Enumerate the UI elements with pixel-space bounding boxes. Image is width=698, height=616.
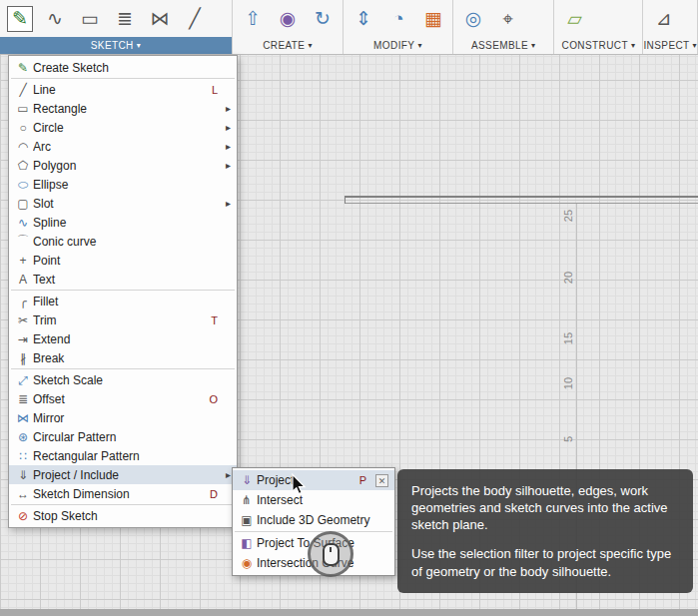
menu-item-slot[interactable]: ▢ Slot ▸ bbox=[9, 194, 237, 213]
submenu-item-project[interactable]: ⇓ Project P ✕ bbox=[233, 470, 394, 490]
menu-item-icon: ╱ bbox=[13, 83, 33, 97]
submenu-item-shortcut: P bbox=[359, 474, 366, 486]
menu-item-label: Mirror bbox=[33, 411, 214, 425]
menu-item-label: Fillet bbox=[33, 295, 214, 308]
menu-item-project-include[interactable]: ⇓ Project / Include ▸ bbox=[9, 465, 237, 484]
menu-item-extend[interactable]: ⇥ Extend bbox=[9, 329, 237, 348]
menu-item-stop-sketch[interactable]: ⊘ Stop Sketch bbox=[9, 506, 237, 525]
menu-tab-label: ASSEMBLE bbox=[471, 40, 528, 51]
menu-item-icon: ∿ bbox=[13, 216, 33, 230]
menu-tab-label: INSPECT bbox=[643, 40, 689, 51]
rectangle-icon[interactable]: ▭ bbox=[77, 6, 103, 32]
interference-icon[interactable]: ⌖ bbox=[495, 6, 521, 32]
menu-item-label: Rectangular Pattern bbox=[33, 449, 214, 463]
tooltip-text-2: Use the selection filter to project spec… bbox=[411, 545, 679, 579]
menu-tab-assemble[interactable]: ASSEMBLE ▾ bbox=[453, 37, 554, 54]
toolbar-group-inspect: ⊿ INSPECT ▾ bbox=[643, 0, 698, 54]
grid-scale-label: 20 bbox=[562, 267, 574, 289]
menu-item-rectangular-pattern[interactable]: ∷ Rectangular Pattern bbox=[9, 446, 237, 465]
menu-item-spline[interactable]: ∿ Spline bbox=[9, 213, 237, 232]
parameters-icon[interactable]: ▦ bbox=[420, 6, 446, 32]
form-icon[interactable]: ◉ bbox=[275, 6, 301, 32]
joint-icon[interactable]: ◎ bbox=[460, 6, 486, 32]
menu-tab-modify[interactable]: MODIFY ▾ bbox=[344, 37, 452, 54]
extrude-icon[interactable]: ⇧ bbox=[240, 6, 266, 32]
close-icon[interactable]: ✕ bbox=[375, 474, 388, 487]
menu-item-icon: ⌒ bbox=[13, 233, 33, 250]
menu-tab-label: CREATE bbox=[263, 40, 305, 51]
mouse-cursor bbox=[291, 473, 307, 496]
submenu-arrow-icon: ▸ bbox=[223, 469, 231, 480]
menu-item-label: Circle bbox=[33, 121, 214, 135]
menu-item-icon: ≣ bbox=[13, 392, 33, 406]
menu-separator bbox=[11, 290, 235, 291]
toolbar-icon-row: ⊿ bbox=[643, 0, 697, 37]
chevron-down-icon: ▾ bbox=[137, 41, 141, 50]
menu-item-create-sketch[interactable]: ✎ Create Sketch bbox=[9, 58, 237, 77]
grid-scale-label: 15 bbox=[562, 327, 574, 349]
menu-item-label: Point bbox=[33, 254, 214, 268]
menu-tab-construct[interactable]: CONSTRUCT ▾ bbox=[554, 37, 642, 54]
sketch-geometry-line-bottom[interactable] bbox=[345, 203, 698, 204]
menu-item-icon: ✂ bbox=[13, 313, 33, 327]
menu-item-label: Slot bbox=[33, 197, 214, 211]
offset-icon[interactable]: ≣ bbox=[112, 6, 138, 32]
menu-item-shortcut: O bbox=[209, 393, 218, 405]
menu-item-polygon[interactable]: ⬠ Polygon ▸ bbox=[9, 156, 237, 175]
submenu-item-include-3d-geometry[interactable]: ▣ Include 3D Geometry bbox=[233, 510, 394, 530]
menu-tab-create[interactable]: CREATE ▾ bbox=[233, 37, 343, 54]
spline-icon[interactable]: ∿ bbox=[42, 6, 68, 32]
measure-icon[interactable]: ⊿ bbox=[650, 6, 676, 32]
menu-item-rectangle[interactable]: ▭ Rectangle ▸ bbox=[9, 99, 237, 118]
chevron-down-icon: ▾ bbox=[308, 41, 312, 50]
menu-tab-sketch[interactable]: SKETCH ▾ bbox=[0, 37, 232, 54]
bottom-edge bbox=[0, 609, 698, 616]
menu-item-sketch-scale[interactable]: ⤢ Sketch Scale bbox=[9, 370, 237, 389]
menu-item-text[interactable]: A Text bbox=[9, 270, 237, 289]
submenu-item-label: Include 3D Geometry bbox=[257, 513, 379, 527]
sketch-geometry-end-cap[interactable] bbox=[345, 196, 346, 204]
menu-item-label: Circular Pattern bbox=[33, 430, 214, 444]
submenu-item-icon: ◧ bbox=[237, 536, 257, 550]
menu-item-line[interactable]: ╱ Line L bbox=[9, 80, 237, 99]
create-sketch-icon[interactable]: ✎ bbox=[7, 6, 33, 32]
sketch-menu: ✎ Create Sketch ╱ Line L ▭ Rectangle ▸ ○… bbox=[8, 55, 238, 528]
trim-icon[interactable]: ╱ bbox=[182, 6, 208, 32]
menu-item-circular-pattern[interactable]: ⊛ Circular Pattern bbox=[9, 427, 237, 446]
menu-item-arc[interactable]: ◠ Arc ▸ bbox=[9, 137, 237, 156]
menu-item-offset[interactable]: ≣ Offset O bbox=[9, 389, 237, 408]
submenu-arrow-icon: ▸ bbox=[223, 103, 231, 114]
mirror-icon[interactable]: ⋈ bbox=[147, 6, 173, 32]
chevron-down-icon: ▾ bbox=[631, 41, 635, 50]
menu-separator bbox=[235, 531, 392, 532]
menu-item-mirror[interactable]: ⋈ Mirror bbox=[9, 408, 237, 427]
menu-item-icon: ⬭ bbox=[13, 178, 33, 192]
menu-item-fillet[interactable]: ╭ Fillet bbox=[9, 292, 237, 310]
menu-item-icon: A bbox=[13, 273, 33, 287]
submenu-arrow-icon: ▸ bbox=[223, 141, 231, 152]
toolbar-group-assemble: ◎⌖ ASSEMBLE ▾ bbox=[453, 0, 555, 54]
menu-item-conic-curve[interactable]: ⌒ Conic curve bbox=[9, 232, 237, 251]
submenu-item-intersect[interactable]: ⋔ Intersect bbox=[233, 490, 394, 510]
menu-tab-inspect[interactable]: INSPECT ▾ bbox=[643, 37, 697, 54]
press-pull-icon[interactable]: ⇕ bbox=[350, 6, 376, 32]
fillet-icon[interactable]: ◔ bbox=[385, 6, 411, 32]
menu-item-break[interactable]: ∦ Break bbox=[9, 348, 237, 367]
toolbar-groups: ✎∿▭≣⋈╱ SKETCH ▾ ⇧◉↻ CREATE ▾ ⇕◔▦ MODIFY … bbox=[0, 0, 698, 54]
menu-item-shortcut: D bbox=[210, 488, 218, 500]
menu-item-sketch-dimension[interactable]: ↔ Sketch Dimension D bbox=[9, 484, 237, 503]
menu-item-icon: ⬠ bbox=[13, 159, 33, 173]
menu-item-point[interactable]: + Point bbox=[9, 251, 237, 270]
toolbar-group-sketch: ✎∿▭≣⋈╱ SKETCH ▾ bbox=[0, 0, 233, 54]
menu-item-ellipse[interactable]: ⬭ Ellipse bbox=[9, 175, 237, 194]
menu-item-trim[interactable]: ✂ Trim T bbox=[9, 310, 237, 329]
tooltip: Projects the body silhouette, edges, wor… bbox=[397, 469, 693, 593]
menu-item-circle[interactable]: ○ Circle ▸ bbox=[9, 118, 237, 137]
sketch-geometry-line-top[interactable] bbox=[345, 196, 698, 198]
app-window: 252015105 ✎∿▭≣⋈╱ SKETCH ▾ ⇧◉↻ CREATE ▾ ⇕… bbox=[0, 0, 698, 616]
chevron-down-icon: ▾ bbox=[417, 41, 421, 50]
submenu-arrow-icon: ▸ bbox=[223, 198, 231, 209]
menu-item-icon: ↔ bbox=[13, 487, 33, 501]
construction-plane-icon[interactable]: ▱ bbox=[561, 6, 587, 32]
revolve-icon[interactable]: ↻ bbox=[310, 6, 336, 32]
